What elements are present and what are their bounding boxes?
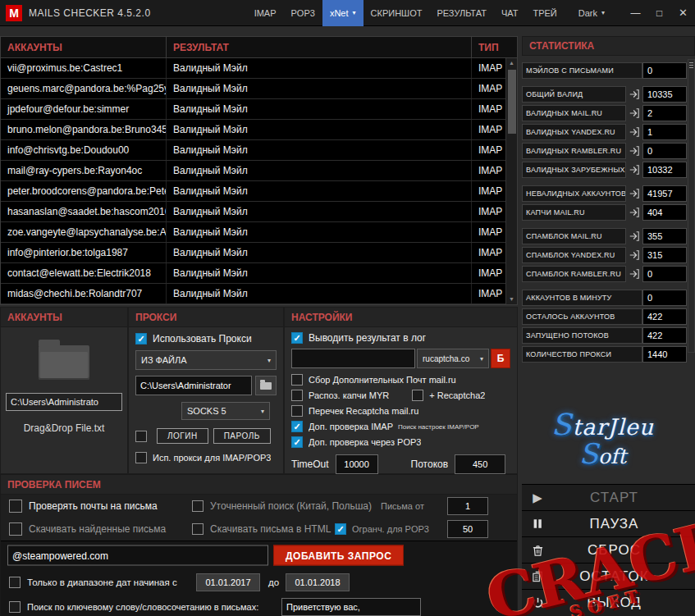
menu-tray[interactable]: ТРЕЙ	[525, 0, 564, 26]
proxy-login-button[interactable]: ЛОГИН	[157, 428, 208, 444]
table-row[interactable]: jpdefour@defour.be:simmerВалидный МэйлIM…	[1, 99, 517, 120]
table-row[interactable]: contact@elewatt.be:Electrik2018Валидный …	[1, 263, 517, 284]
collect-mailru-label: Сбор Дополнительных Почт mail.ru	[309, 375, 456, 385]
pop3-check-checkbox[interactable]: ✓	[291, 436, 303, 448]
refined-search-label: Уточненный поиск (Китай, Польша)	[210, 500, 372, 512]
proxy-file-path-input[interactable]	[135, 376, 252, 395]
table-row[interactable]: bruno.melon@pandora.be:Bruno345Валидный …	[1, 120, 517, 140]
reset-button[interactable]: СБРОС	[522, 537, 695, 564]
export-button[interactable]	[626, 228, 642, 244]
recheck-recaptcha-checkbox[interactable]	[291, 405, 303, 417]
remainder-button[interactable]: ОСТАТОК	[522, 564, 695, 590]
close-button[interactable]: ✕	[671, 0, 695, 26]
table-row[interactable]: hasanaslan@saadet.be:hascom2016Валидный …	[1, 202, 517, 222]
stat-label: ЗАПУЩЕНО ПОТОКОВ	[522, 327, 642, 344]
column-header-result[interactable]: РЕЗУЛЬТАТ	[167, 37, 472, 57]
brand-line2: Soft	[522, 437, 684, 470]
table-row[interactable]: mail@ray-cypers.be:Rayon4ocВалидный Мэйл…	[1, 161, 517, 181]
date-from-input[interactable]	[196, 573, 260, 591]
scroll-up-icon[interactable]: ▲	[509, 58, 514, 68]
menu-chat[interactable]: ЧАТ	[494, 0, 526, 26]
export-button[interactable]	[626, 143, 642, 159]
table-row[interactable]: midas@chechi.be:Rolandtr707Валидный Мэйл…	[1, 284, 517, 304]
export-button[interactable]	[626, 247, 642, 263]
export-button[interactable]	[626, 204, 642, 221]
add-query-button[interactable]: ДОБАВИТЬ ЗАПРОС	[273, 545, 404, 566]
proxy-imap-pop3-checkbox[interactable]	[135, 452, 147, 463]
check-mail-label: Проверять почты на письма	[29, 500, 158, 512]
timeout-input[interactable]	[336, 454, 378, 474]
browse-folder-button[interactable]	[255, 376, 277, 395]
pop3-limit-checkbox[interactable]: ✓	[335, 523, 346, 535]
export-button[interactable]	[626, 185, 642, 202]
export-button[interactable]	[626, 105, 642, 121]
date-range-checkbox[interactable]	[9, 577, 21, 588]
cell-account: contact@elewatt.be:Electrik2018	[1, 263, 167, 283]
check-mail-checkbox[interactable]	[9, 500, 22, 513]
maximize-button[interactable]: □	[647, 0, 671, 26]
start-button[interactable]: ▶ СТАРТ	[522, 485, 695, 511]
minimize-button[interactable]: —	[624, 0, 647, 26]
captcha-service-dropdown[interactable]: rucaptcha.co ▾	[417, 349, 489, 368]
column-header-type[interactable]: ТИП	[472, 37, 517, 57]
log-output-checkbox[interactable]: ✓	[291, 332, 303, 344]
theme-dropdown[interactable]: Dark ▾	[571, 0, 612, 26]
menu-imap[interactable]: IMAP	[247, 0, 284, 26]
cell-result: Валидный Мэйл	[167, 140, 472, 160]
stat-value: 0	[642, 143, 687, 159]
balance-button[interactable]: Б	[491, 349, 510, 368]
proxy-auth-checkbox[interactable]	[135, 431, 147, 442]
export-button[interactable]	[626, 86, 642, 103]
table-row[interactable]: zoe.vangeyte@lapsychanalyse.be:AdВалидны…	[1, 222, 517, 243]
date-to-input[interactable]	[286, 573, 350, 591]
imap-check-checkbox[interactable]: ✓	[291, 421, 303, 432]
pause-label: ПАУЗА	[553, 516, 695, 532]
letters-from-input[interactable]	[447, 497, 488, 515]
captcha-key-input[interactable]	[291, 349, 415, 368]
download-found-checkbox[interactable]	[9, 522, 22, 536]
export-button[interactable]	[626, 266, 642, 282]
recheck-recaptcha-label: Перечек Recaptcha mail.ru	[309, 406, 418, 416]
use-proxy-checkbox[interactable]: ✓	[135, 333, 147, 345]
pause-button[interactable]: ПАУЗА	[522, 511, 695, 537]
menu-result[interactable]: РЕЗУЛЬТАТ	[429, 0, 493, 26]
column-header-accounts[interactable]: АККАУНТЫ	[1, 37, 167, 57]
accounts-file-path[interactable]: C:\Users\Administrato	[6, 393, 122, 411]
threads-input[interactable]	[455, 454, 505, 474]
proxy-type-value: SOCKS 5	[187, 406, 258, 416]
stat-row: ОБЩИЙ ВАЛИД 10335	[522, 86, 695, 103]
recognize-captcha-checkbox[interactable]	[291, 390, 303, 401]
keyword-input[interactable]	[281, 598, 421, 616]
proxy-password-button[interactable]: ПАРОЛЬ	[213, 428, 271, 444]
table-row[interactable]: geuens.marc@pandora.be:%Pag25yzВалидный …	[1, 79, 517, 99]
export-button[interactable]	[626, 162, 642, 178]
proxy-source-dropdown[interactable]: ИЗ ФАЙЛА ▾	[135, 350, 277, 370]
menu-screenshot[interactable]: СКРИНШОТ	[364, 0, 430, 26]
table-row[interactable]: vii@proximus.be:Castrec1Валидный МэйлIMA…	[1, 58, 517, 79]
collect-mailru-checkbox[interactable]	[291, 374, 303, 386]
export-button[interactable]	[626, 124, 642, 140]
mailcheck-query-row: ДОБАВИТЬ ЗАПРОС	[1, 541, 517, 569]
folder-icon[interactable]	[39, 345, 89, 380]
table-row[interactable]: peter.broodcorens@pandora.be:PeteВалидны…	[1, 181, 517, 202]
pop3-limit-input[interactable]	[447, 520, 488, 538]
sidebar-scrollbar[interactable]	[688, 59, 695, 353]
download-html-checkbox[interactable]	[192, 523, 203, 535]
keyword-search-checkbox[interactable]	[9, 601, 21, 613]
menu-xnet[interactable]: xNet ▾	[322, 0, 364, 26]
scroll-down-icon[interactable]: ▼	[509, 294, 514, 304]
menu-pop3[interactable]: POP3	[284, 0, 322, 26]
exit-button[interactable]: ВЫХОД	[522, 590, 695, 616]
stat-row: МЭЙЛОВ С ПИСЬМАМИ 0	[522, 62, 695, 79]
recaptcha2-checkbox[interactable]	[412, 390, 423, 401]
table-scrollbar[interactable]: ▲ ▼	[505, 58, 517, 304]
table-row[interactable]: info@chrisvtg.be:Doudou00Валидный МэйлIM…	[1, 140, 517, 161]
query-input[interactable]	[7, 545, 268, 566]
table-row[interactable]: info@pinterior.be:tolga1987Валидный Мэйл…	[1, 243, 517, 263]
refined-search-checkbox[interactable]	[192, 500, 203, 512]
stat-label: ВАЛИДНЫХ RAMBLER.RU	[522, 143, 626, 159]
scrollbar-thumb[interactable]	[508, 70, 516, 134]
cell-result: Валидный Мэйл	[167, 202, 472, 221]
imap-check-label: Доп. проверка IMAP	[309, 422, 393, 431]
proxy-type-dropdown[interactable]: SOCKS 5 ▾	[181, 402, 270, 420]
